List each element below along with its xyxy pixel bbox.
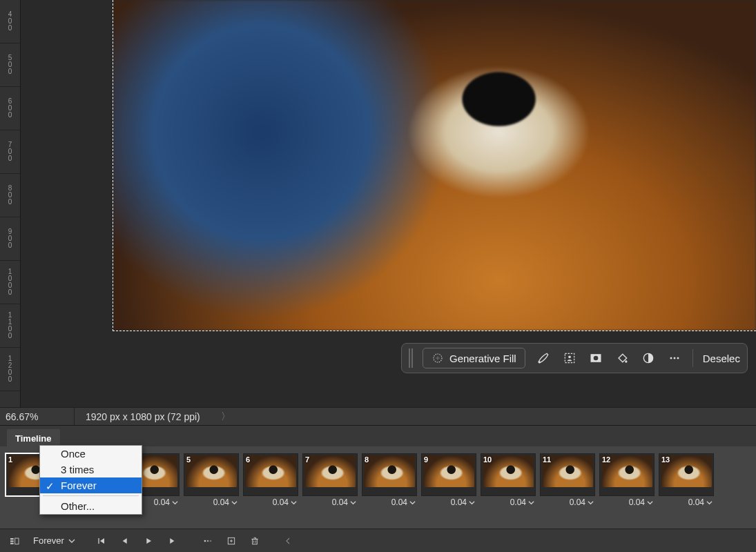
- frame-delay-value: 0.04: [213, 497, 229, 507]
- frame-delay-value: 0.04: [570, 497, 585, 507]
- select-subject-icon[interactable]: [561, 350, 578, 366]
- frame: 130.04: [659, 453, 714, 527]
- timeline-tab[interactable]: Timeline: [7, 429, 60, 446]
- ruler-tick: 1000: [0, 261, 20, 304]
- chevron-down-icon: [231, 500, 238, 506]
- canvas-column[interactable]: Generative Fill Deselec: [113, 0, 756, 407]
- loop-option-other[interactable]: Other...: [40, 498, 142, 514]
- new-frame-button[interactable]: [221, 532, 242, 550]
- svg-rect-11: [10, 538, 14, 540]
- ruler-tick: 700: [0, 130, 20, 174]
- frame-number: 1: [8, 455, 12, 464]
- chevron-down-icon: [588, 500, 594, 506]
- frame-delay-selector[interactable]: 0.04: [184, 497, 239, 507]
- timeline-panel: Timeline Once3 times✓ForeverOther... 10.…: [0, 425, 756, 552]
- frame-delay-selector[interactable]: 0.04: [659, 497, 714, 507]
- frame-delay-value: 0.04: [688, 497, 704, 507]
- svg-point-20: [210, 540, 212, 542]
- frame-delay-value: 0.04: [510, 497, 526, 507]
- loop-selector[interactable]: Forever: [28, 534, 88, 547]
- frame-delay-selector[interactable]: 0.04: [302, 497, 358, 507]
- artboard[interactable]: [113, 0, 756, 331]
- loop-option[interactable]: Once: [40, 446, 142, 462]
- document-info[interactable]: 1920 px x 1080 px (72 ppi) 〉: [75, 411, 756, 423]
- frame-number: 10: [483, 455, 492, 464]
- frame-delay-selector[interactable]: 0.04: [421, 497, 476, 507]
- frame-thumbnail[interactable]: 8: [362, 453, 417, 496]
- frame-number: 13: [661, 455, 670, 464]
- frame-delay-value: 0.04: [154, 497, 170, 507]
- play-button[interactable]: [138, 532, 159, 550]
- frame-delay-selector[interactable]: 0.04: [599, 497, 655, 507]
- svg-point-3: [568, 356, 571, 359]
- loop-option-label: Forever: [61, 480, 97, 491]
- brush-icon[interactable]: [535, 350, 552, 366]
- ruler-tick: 800: [0, 174, 20, 217]
- svg-point-18: [204, 540, 206, 542]
- timeline-tabbar: Timeline: [0, 426, 756, 446]
- frame: 90.04: [421, 453, 476, 527]
- chevron-down-icon: [68, 538, 75, 544]
- convert-timeline-icon[interactable]: [4, 532, 25, 550]
- chevron-down-icon: [291, 500, 297, 506]
- frame-thumbnail[interactable]: 10: [481, 453, 536, 496]
- frame-thumbnail[interactable]: 11: [540, 453, 595, 496]
- frame-thumbnail[interactable]: 9: [421, 453, 476, 496]
- taskbar-drag-handle[interactable]: [409, 348, 413, 368]
- tween-button[interactable]: [197, 532, 218, 550]
- ruler-tick: 400: [0, 0, 20, 43]
- frame-delay-value: 0.04: [451, 497, 467, 507]
- canvas-image: [113, 0, 756, 331]
- loop-option-label: 3 times: [61, 464, 94, 475]
- delete-frame-button[interactable]: [244, 532, 265, 550]
- more-icon[interactable]: [666, 350, 683, 366]
- frame-number: 9: [424, 455, 428, 464]
- svg-rect-13: [10, 542, 14, 544]
- frame-number: 5: [186, 455, 191, 464]
- generative-fill-label: Generative Fill: [449, 353, 516, 364]
- ruler-tick: 600: [0, 87, 20, 130]
- loop-selector-label: Forever: [33, 535, 64, 546]
- loop-option-label: Once: [61, 448, 86, 460]
- frame-delay-value: 0.04: [391, 497, 407, 507]
- frame-number: 7: [305, 455, 309, 464]
- frame-thumbnail[interactable]: 5: [184, 453, 239, 496]
- zoom-level[interactable]: 66.67%: [0, 408, 75, 425]
- svg-rect-12: [10, 540, 14, 542]
- ruler-tick: 1200: [0, 348, 20, 391]
- frame-delay-selector[interactable]: 0.04: [481, 497, 536, 507]
- status-bar: 66.67% 1920 px x 1080 px (72 ppi) 〉: [0, 407, 756, 425]
- fill-bucket-icon[interactable]: [614, 350, 630, 366]
- frame-delay-selector[interactable]: 0.04: [362, 497, 417, 507]
- app-root: 400500600700800900100011001200 Generativ…: [0, 0, 756, 552]
- loop-option[interactable]: ✓Forever: [40, 477, 142, 493]
- frame-number: 8: [365, 455, 369, 464]
- loop-option[interactable]: 3 times: [40, 462, 142, 477]
- svg-rect-15: [98, 538, 99, 544]
- frame-thumbnail[interactable]: 12: [599, 453, 655, 496]
- next-frame-button[interactable]: [162, 532, 182, 550]
- mask-icon[interactable]: [588, 350, 604, 366]
- svg-point-1: [538, 361, 540, 363]
- svg-rect-16: [122, 538, 122, 544]
- frame-thumbnail[interactable]: 7: [302, 453, 358, 496]
- frame-thumbnail[interactable]: 6: [243, 453, 298, 496]
- scroll-left-icon[interactable]: [278, 532, 298, 550]
- prev-frame-button[interactable]: [115, 532, 135, 550]
- ruler-tick: 900: [0, 217, 20, 261]
- frame-delay-selector[interactable]: 0.04: [540, 497, 595, 507]
- chevron-down-icon: [350, 500, 356, 506]
- svg-rect-17: [174, 538, 175, 544]
- taskbar-separator: [692, 349, 693, 367]
- adjustment-icon[interactable]: [640, 350, 657, 366]
- first-frame-button[interactable]: [91, 532, 112, 550]
- loop-options-menu: Once3 times✓ForeverOther...: [39, 445, 142, 515]
- contextual-taskbar: Generative Fill Deselec: [401, 343, 748, 373]
- deselect-button[interactable]: Deselec: [703, 353, 740, 364]
- frame-delay-value: 0.04: [332, 497, 348, 507]
- frame-delay-selector[interactable]: 0.04: [243, 497, 298, 507]
- svg-point-6: [625, 360, 627, 362]
- info-arrow-icon[interactable]: 〉: [221, 411, 231, 423]
- generative-fill-button[interactable]: Generative Fill: [423, 348, 525, 368]
- frame-thumbnail[interactable]: 13: [659, 453, 714, 496]
